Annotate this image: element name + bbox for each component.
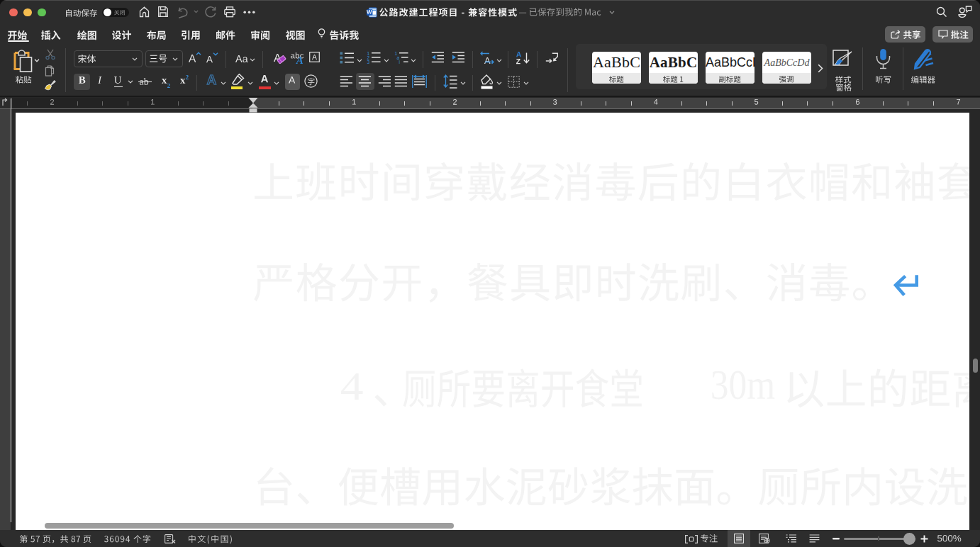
svg-text:i: i [399, 60, 400, 64]
svg-text:3: 3 [367, 60, 370, 64]
